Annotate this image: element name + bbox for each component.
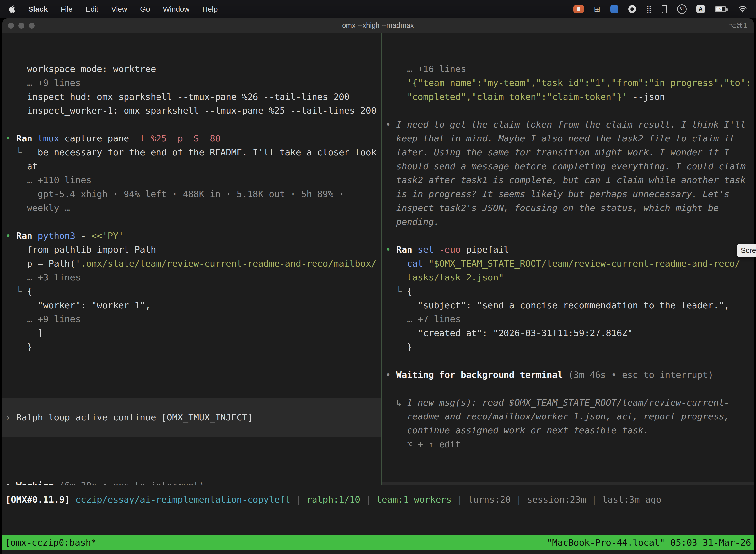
- menu-item-go[interactable]: Go: [140, 5, 150, 13]
- menu-item-window[interactable]: Window: [163, 5, 189, 13]
- terminal-line: • Ran set -euo pipefail: [385, 243, 754, 257]
- terminal-line: └ {: [385, 284, 754, 298]
- working-status: • Working (6m 38s • esc to interrupt): [2, 479, 381, 485]
- terminal-line: ]: [5, 326, 381, 340]
- terminal-line: • I need to get the claim token from the…: [385, 118, 754, 131]
- terminal-line: }: [5, 340, 381, 354]
- terminal-line: p = Path('.omx/state/team/review-current…: [5, 257, 381, 271]
- window-shortcut-hint: ⌥⌘1: [728, 21, 754, 30]
- terminal-line: • Ran python3 - <<'PY': [5, 229, 381, 243]
- terminal-line: later. Using the same for transition mig…: [385, 146, 754, 159]
- blue-app-icon[interactable]: [611, 5, 618, 13]
- terminal-line: cat "$OMX_TEAM_STATE_ROOT/team/review-cu…: [385, 257, 754, 271]
- github-icon[interactable]: [628, 5, 636, 13]
- terminal-line: … +3 lines: [5, 271, 381, 284]
- window-title: omx --xhigh --madmax: [2, 21, 754, 30]
- terminal-content: workspace_mode: worktree … +9 lines insp…: [2, 33, 754, 554]
- terminal-line: [385, 229, 754, 243]
- menu-item-file[interactable]: File: [61, 5, 72, 13]
- screen-recording-stop-icon[interactable]: [573, 5, 584, 13]
- terminal-window: omx --xhigh --madmax ⌥⌘1 workspace_mode:…: [2, 18, 754, 554]
- terminal-line: [5, 215, 381, 229]
- terminal-line: ⌥ + ↑ edit: [385, 437, 754, 451]
- terminal-line: keep that in mind. Maybe I also need the…: [385, 131, 754, 146]
- wifi-icon[interactable]: [738, 6, 747, 13]
- tmux-session-label: [omx-cczip0:bash*: [5, 537, 96, 548]
- right-pane: … +16 lines '{"team_name":"my-team","tas…: [382, 33, 754, 485]
- terminal-line: inspect_hud: omx sparkshell --tmux-pane …: [5, 90, 381, 104]
- terminal-line: pending.: [385, 215, 754, 229]
- left-pane: workspace_mode: worktree … +9 lines insp…: [2, 33, 381, 485]
- omx-status-line: [OMX#0.11.9] cczip/essay/ai-reimplementa…: [5, 493, 754, 507]
- terminal-line: • Waiting for background terminal (3m 46…: [385, 368, 754, 382]
- tmux-status-bar: [omx-cczip0:bash* "MacBook-Pro-44.local"…: [2, 535, 754, 550]
- left-transcript: workspace_mode: worktree … +9 lines insp…: [2, 61, 381, 354]
- terminal-line: [385, 382, 754, 396]
- terminal-line: [385, 354, 754, 368]
- terminal-line: should send a message before completing …: [385, 159, 754, 173]
- menu-item-edit[interactable]: Edit: [85, 5, 99, 13]
- terminal-line: }: [385, 340, 754, 354]
- terminal-line: … +9 lines: [5, 312, 381, 326]
- terminal-line: "completed","claim_token":"claim-token"}…: [385, 90, 754, 104]
- screen-tooltip: Scre: [737, 244, 756, 257]
- terminal-line: └ {: [5, 284, 381, 298]
- minimize-button[interactable]: [18, 22, 24, 29]
- terminal-line: workspace_mode: worktree: [5, 62, 381, 76]
- terminal-line: tasks/task-2.json": [385, 271, 754, 284]
- terminal-line: [5, 118, 381, 131]
- dots-grid-icon[interactable]: ⣿: [646, 4, 652, 14]
- app-menu-slack[interactable]: Slack: [28, 5, 48, 13]
- zoom-button[interactable]: [29, 22, 35, 29]
- tmux-host-clock: "MacBook-Pro-44.local" 05:03 31-Mar-26: [547, 537, 751, 548]
- terminal-line: └ be necessary for the end of the README…: [5, 146, 381, 159]
- terminal-line: "subject": "send a concise recommendatio…: [385, 298, 754, 312]
- terminal-line: ↳ 1 new msg(s): read $OMX_TEAM_STATE_ROO…: [385, 396, 754, 409]
- title-bar[interactable]: omx --xhigh --madmax ⌥⌘1: [2, 18, 754, 33]
- menu-item-view[interactable]: View: [111, 5, 127, 13]
- terminal-line: • Ran tmux capture-pane -t %25 -p -S -80: [5, 131, 381, 146]
- terminal-line: task2 after task1 is complete, but can I…: [385, 173, 754, 187]
- close-button[interactable]: [8, 22, 14, 29]
- terminal-line: … +7 lines: [385, 312, 754, 326]
- apple-menu-icon[interactable]: [9, 5, 15, 13]
- terminal-line: … +110 lines: [5, 173, 381, 187]
- terminal-line: [385, 104, 754, 118]
- terminal-line: from pathlib import Path: [5, 243, 381, 257]
- terminal-line: inspect task2's JSON, focusing on the st…: [385, 201, 754, 215]
- terminal-line: … +9 lines: [5, 76, 381, 90]
- battery-icon[interactable]: ⚡: [715, 6, 726, 12]
- terminal-line: is in progress? It seems likely but perh…: [385, 187, 754, 201]
- terminal-line: gpt-5.4 xhigh · 94% left · 488K in · 5.1…: [5, 187, 381, 201]
- window-grid-icon[interactable]: ⊞: [594, 4, 601, 14]
- menu-item-help[interactable]: Help: [202, 5, 218, 13]
- right-transcript: … +16 lines '{"team_name":"my-team","tas…: [382, 61, 754, 451]
- right-composer-input[interactable]: › Explain this codebase: [382, 482, 754, 485]
- terminal-line: '{"team_name":"my-team","task_id":"1","f…: [385, 76, 754, 90]
- terminal-line: at: [5, 159, 381, 173]
- menu-bar: Slack File Edit View Go Window Help ⊞ ⣿ …: [0, 0, 756, 18]
- battery-percent-ring-icon[interactable]: 61: [677, 4, 687, 14]
- inject-banner: › Ralph loop active continue [OMX_TMUX_I…: [2, 398, 381, 437]
- terminal-line: "worker": "worker-1",: [5, 298, 381, 312]
- traffic-lights: [2, 22, 35, 29]
- terminal-line: readme-and-reco/mailbox/worker-1.json, a…: [385, 409, 754, 424]
- utility-icon[interactable]: [662, 5, 667, 13]
- terminal-line: … +16 lines: [385, 62, 754, 76]
- terminal-line: "created_at": "2026-03-31T11:59:27.816Z": [385, 326, 754, 340]
- terminal-line: weekly …: [5, 201, 381, 215]
- terminal-line: inspect_worker-1: omx sparkshell --tmux-…: [5, 104, 381, 118]
- terminal-line: continue assigned work or next feasible …: [385, 424, 754, 437]
- inject-banner-text: › Ralph loop active continue [OMX_TMUX_I…: [5, 410, 253, 425]
- input-source-icon[interactable]: A: [696, 5, 705, 13]
